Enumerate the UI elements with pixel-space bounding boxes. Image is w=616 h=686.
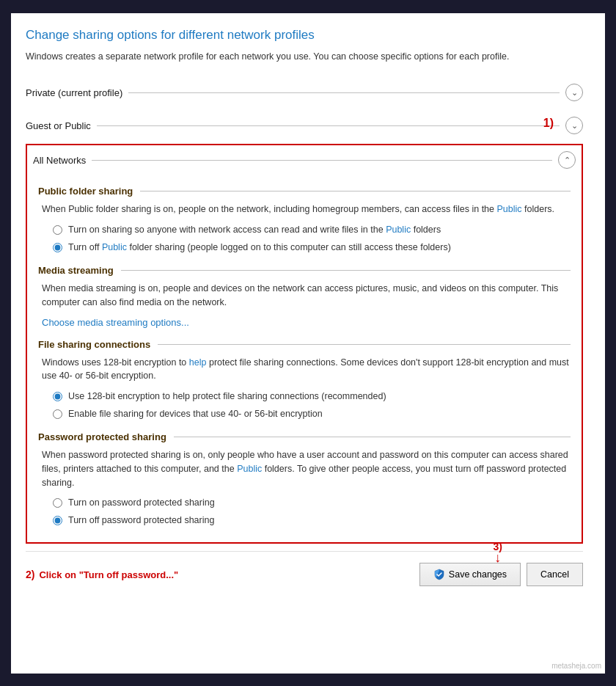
public-link-2: Public	[386, 225, 411, 235]
save-changes-button[interactable]: Save changes	[419, 563, 521, 586]
file-sharing-label2: Enable file sharing for devices that use…	[68, 408, 323, 421]
file-sharing-option1: Use 128-bit encryption to help protect f…	[53, 390, 571, 404]
all-networks-label: All Networks	[33, 155, 86, 166]
media-streaming-title: Media streaming	[38, 265, 114, 276]
all-networks-header[interactable]: All Networks ⌃	[27, 145, 582, 175]
public-link-3: Public	[102, 242, 127, 252]
password-sharing-radio1[interactable]	[53, 498, 62, 508]
guest-section[interactable]: Guest or Public ⌄	[26, 111, 583, 140]
file-sharing-radio2[interactable]	[53, 409, 62, 419]
bottom-bar: 2) Click on "Turn off password..." 3) ↓ …	[26, 551, 583, 586]
file-sharing-header: File sharing connections	[38, 339, 571, 350]
guest-chevron[interactable]: ⌄	[565, 117, 583, 134]
public-folder-line	[140, 191, 571, 191]
file-sharing-label1: Use 128-bit encryption to help protect f…	[68, 390, 386, 404]
cancel-button[interactable]: Cancel	[527, 563, 583, 586]
file-sharing-options: Use 128-bit encryption to help protect f…	[38, 390, 571, 420]
public-folder-options: Turn on sharing so anyone with network a…	[38, 224, 571, 254]
all-networks-divider	[92, 160, 552, 161]
private-label: Private (current profile)	[26, 87, 122, 98]
file-sharing-radio1[interactable]	[53, 392, 62, 401]
public-folder-title: Public folder sharing	[38, 186, 133, 197]
private-section[interactable]: Private (current profile) ⌄	[26, 78, 583, 107]
annotation-arrow: ↓	[494, 552, 501, 563]
private-chevron[interactable]: ⌄	[565, 84, 583, 101]
public-folder-option2: Turn off Public folder sharing (people l…	[53, 241, 571, 255]
save-label: Save changes	[449, 569, 507, 580]
file-sharing-title: File sharing connections	[38, 339, 150, 350]
public-folder-header: Public folder sharing	[38, 186, 571, 197]
password-sharing-radio2[interactable]	[53, 516, 62, 525]
all-networks-content: Public folder sharing When Public folder…	[27, 186, 582, 542]
password-sharing-line	[174, 437, 571, 437]
guest-divider	[97, 125, 560, 126]
password-public-link[interactable]: Public	[237, 464, 262, 474]
public-folder-radio1[interactable]	[53, 225, 62, 235]
password-sharing-option2: Turn off password protected sharing	[53, 514, 571, 528]
media-streaming-desc: When media streaming is on, people and d…	[38, 282, 571, 310]
public-folder-option1: Turn on sharing so anyone with network a…	[53, 224, 571, 237]
file-sharing-line	[158, 344, 571, 345]
file-sharing-option2: Enable file sharing for devices that use…	[53, 408, 571, 421]
password-sharing-title: Password protected sharing	[38, 431, 166, 442]
public-link-1[interactable]: Public	[497, 204, 522, 214]
annotation-2: 2)	[26, 569, 34, 580]
guest-label: Guest or Public	[26, 120, 91, 131]
page-subtitle: Windows creates a separate network profi…	[26, 50, 583, 64]
button-group: Save changes Cancel	[419, 563, 583, 586]
password-sharing-label2: Turn off password protected sharing	[68, 514, 214, 528]
media-streaming-link[interactable]: Choose media streaming options...	[42, 317, 189, 328]
all-networks-section: All Networks ⌃ Public folder sharing Whe…	[26, 144, 583, 544]
page-title: Change sharing options for different net…	[26, 28, 583, 43]
click-instruction: Click on "Turn off password..."	[39, 569, 178, 580]
password-sharing-options: Turn on password protected sharing Turn …	[38, 497, 571, 527]
all-networks-chevron[interactable]: ⌃	[558, 151, 576, 169]
shield-icon	[433, 569, 445, 580]
public-folder-desc: When Public folder sharing is on, people…	[38, 202, 571, 216]
media-streaming-line	[121, 270, 571, 271]
annotation-3-container: 3) ↓	[494, 541, 502, 563]
annotation-1: 1)	[543, 117, 554, 130]
file-sharing-help-link[interactable]: help	[189, 357, 207, 368]
media-streaming-header: Media streaming	[38, 265, 571, 276]
password-sharing-header: Password protected sharing	[38, 431, 571, 442]
password-sharing-desc: When password protected sharing is on, o…	[38, 448, 571, 489]
password-sharing-option1: Turn on password protected sharing	[53, 497, 571, 510]
file-sharing-desc: Windows uses 128-bit encryption to help …	[38, 356, 571, 384]
watermark: metasheja.com	[551, 662, 601, 670]
public-folder-radio2[interactable]	[53, 243, 62, 252]
password-sharing-label1: Turn on password protected sharing	[68, 497, 215, 510]
private-divider	[128, 92, 560, 93]
